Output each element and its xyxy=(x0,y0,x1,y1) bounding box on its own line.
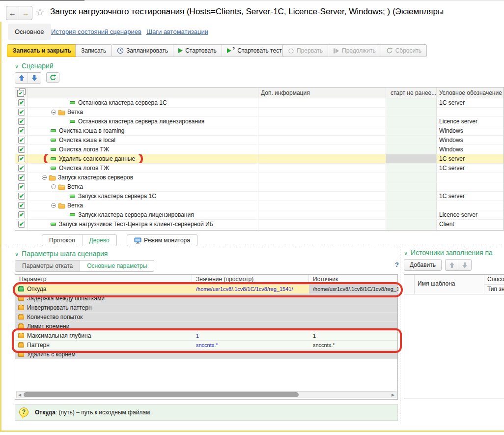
row-unit-cell[interactable]: Windows xyxy=(437,126,504,135)
col-template-name-header[interactable]: Имя шаблона xyxy=(415,275,484,294)
tab-tree[interactable]: Дерево xyxy=(83,235,116,246)
row-extra-cell[interactable] xyxy=(258,210,386,219)
row-start-cell[interactable] xyxy=(386,136,437,145)
tree-expander-icon[interactable] xyxy=(42,175,47,180)
param-source-cell[interactable]: 1 xyxy=(309,331,398,340)
scenario-row[interactable]: ✔Ветка xyxy=(15,182,504,192)
resume-button[interactable]: Продолжить xyxy=(328,45,381,57)
param-value-cell[interactable]: 1 xyxy=(192,331,309,340)
scenario-row[interactable]: ✔Остановка кластера сервера 1С1C server xyxy=(15,98,504,108)
col-value-header[interactable]: Значение (просмотр) xyxy=(192,275,309,284)
row-unit-cell[interactable]: Windows xyxy=(437,145,504,154)
row-name-cell[interactable]: Очистка кэша в roaming xyxy=(28,126,258,135)
row-extra-cell[interactable] xyxy=(258,173,386,182)
param-row[interactable]: Паттернsnccntx.*snccntx.* xyxy=(15,341,397,350)
param-name-cell[interactable]: Паттерн xyxy=(15,341,192,349)
scenario-row[interactable]: ✔Остановка кластера сервера лицензирован… xyxy=(15,117,504,126)
tab-protocol[interactable]: Протокол xyxy=(42,235,83,246)
row-extra-cell[interactable] xyxy=(258,201,386,210)
row-extra-cell[interactable] xyxy=(258,220,386,229)
row-name-cell[interactable]: Запуск нагрузчиков Тест-Центра в клиент-… xyxy=(28,220,258,229)
scenario-row[interactable]: ✔Очистка кэша в roamingWindows xyxy=(15,126,504,136)
col-extra-header[interactable]: Доп. информация xyxy=(258,87,386,98)
scenario-row[interactable]: ✔Запуск кластера сервера 1С1C server xyxy=(15,192,504,201)
row-start-cell[interactable] xyxy=(386,145,437,154)
save-close-button[interactable]: Записать и закрыть xyxy=(7,44,77,57)
scrollbar-thumb[interactable] xyxy=(24,392,299,397)
tree-expander-icon[interactable] xyxy=(51,184,56,189)
row-checkbox[interactable]: ✔ xyxy=(18,174,25,181)
param-row[interactable]: Максимальная глубина11 xyxy=(15,331,397,341)
scroll-right-arrow-icon[interactable]: ▶ xyxy=(390,392,396,398)
param-source-cell[interactable]: snccntx.* xyxy=(309,341,398,349)
param-name-cell[interactable]: Задержка между попытками xyxy=(15,294,398,303)
source-move-up-button[interactable] xyxy=(446,260,458,270)
row-extra-cell[interactable] xyxy=(258,98,386,107)
favorite-star-icon[interactable]: ☆ xyxy=(35,6,45,19)
scroll-left-arrow-icon[interactable]: ◀ xyxy=(17,392,23,398)
row-checkbox[interactable]: ✔ xyxy=(18,202,25,209)
param-name-cell[interactable]: Максимальная глубина xyxy=(15,331,192,340)
params-horizontal-scrollbar[interactable]: ◀ ▶ xyxy=(16,391,396,398)
row-name-cell[interactable]: Очистка логов ТЖ xyxy=(28,164,258,173)
scenario-row[interactable]: ✔Очистка логов ТЖWindows xyxy=(15,145,504,154)
row-checkbox[interactable]: ✔ xyxy=(18,230,25,231)
scenario-row[interactable]: ✔Очистка кэша в localWindows xyxy=(15,136,504,145)
refresh-button[interactable] xyxy=(46,72,59,83)
tab-main-params[interactable]: Основные параметры xyxy=(80,261,154,271)
row-name-cell[interactable]: Запуск нагрузчиков Тест-Центра в клиент-… xyxy=(28,229,258,231)
row-unit-cell[interactable] xyxy=(437,182,504,191)
row-unit-cell[interactable] xyxy=(437,173,504,182)
row-name-cell[interactable]: Запуск кластеров серверов xyxy=(28,173,258,182)
start-test-button[interactable]: ? Стартовать тест xyxy=(222,45,287,57)
row-start-cell[interactable] xyxy=(386,210,437,219)
scenario-section-title[interactable]: ∨Сценарий xyxy=(15,62,54,70)
scenario-row[interactable]: ✔Запуск кластера сервера лицензированияL… xyxy=(15,210,504,220)
row-name-cell[interactable]: Ветка xyxy=(28,108,258,116)
schedule-button[interactable]: Запланировать xyxy=(112,45,173,57)
row-checkbox[interactable]: ✔ xyxy=(18,165,25,172)
row-start-cell[interactable] xyxy=(386,229,437,231)
row-unit-cell[interactable] xyxy=(437,108,504,116)
row-name-cell[interactable]: Остановка кластера сервера 1С xyxy=(28,98,258,107)
row-checkbox[interactable]: ✔ xyxy=(18,211,25,218)
row-unit-cell[interactable]: 1C server xyxy=(437,164,504,173)
row-checkbox[interactable]: ✔ xyxy=(18,221,25,228)
row-unit-cell[interactable]: Client xyxy=(437,220,504,229)
param-name-cell[interactable]: Количество попыток xyxy=(15,313,398,321)
param-value-cell[interactable]: /home/usr1cv8/.1cv8/1C/1cv8/reg_1541/ xyxy=(192,285,309,293)
move-up-button[interactable] xyxy=(15,73,28,83)
param-row[interactable]: Лимит времени xyxy=(15,322,397,331)
select-all-header[interactable] xyxy=(15,87,28,98)
row-name-cell[interactable]: Запуск кластера сервера 1С xyxy=(28,192,258,201)
param-row[interactable]: Откуда/home/usr1cv8/.1cv8/1C/1cv8/reg_15… xyxy=(15,285,397,294)
row-name-cell[interactable]: Ветка xyxy=(28,201,258,210)
row-unit-cell[interactable]: 1C server xyxy=(437,98,504,107)
row-checkbox[interactable]: ✔ xyxy=(18,193,25,200)
param-source-cell[interactable]: /home/usr1cv8/.1cv8/1C/1cv8/reg_1541/ xyxy=(309,285,398,293)
col-name-header[interactable] xyxy=(28,87,258,98)
monitor-mode-button[interactable]: Режим монитора xyxy=(127,235,197,246)
row-start-cell[interactable] xyxy=(386,126,437,135)
row-checkbox[interactable]: ✔ xyxy=(18,183,25,190)
param-value-cell[interactable]: snccntx.* xyxy=(192,341,309,349)
scenario-row[interactable]: ✔Ветка xyxy=(15,201,504,210)
col-unit-header[interactable]: Условное обозначение ед xyxy=(437,87,504,98)
row-extra-cell[interactable] xyxy=(258,182,386,191)
row-name-cell[interactable]: Запуск кластера сервера лицензирования xyxy=(28,210,258,219)
row-start-cell[interactable] xyxy=(386,173,437,182)
row-extra-cell[interactable] xyxy=(258,117,386,126)
row-start-cell[interactable] xyxy=(386,164,437,173)
row-start-cell[interactable] xyxy=(386,108,437,116)
col-value-type-header[interactable]: Тип знач xyxy=(484,285,504,294)
row-start-cell[interactable] xyxy=(386,98,437,107)
param-row[interactable]: Количество попыток xyxy=(15,313,397,322)
col-method-type-header[interactable]: Способ з Тип знач xyxy=(484,275,504,294)
scenario-row[interactable]: ✔Запуск кластеров серверов xyxy=(15,173,504,182)
param-name-cell[interactable]: Откуда xyxy=(15,285,192,293)
row-unit-cell[interactable]: 1C server xyxy=(437,192,504,201)
scenario-row[interactable]: ✔Запуск нагрузчиков Тест-Центра в клиент… xyxy=(15,220,504,229)
param-name-cell[interactable]: Удалить с корнем xyxy=(15,350,398,359)
params-section-title[interactable]: ∨Параметры шага сценария xyxy=(15,250,108,258)
row-name-cell[interactable]: Ветка xyxy=(28,182,258,191)
